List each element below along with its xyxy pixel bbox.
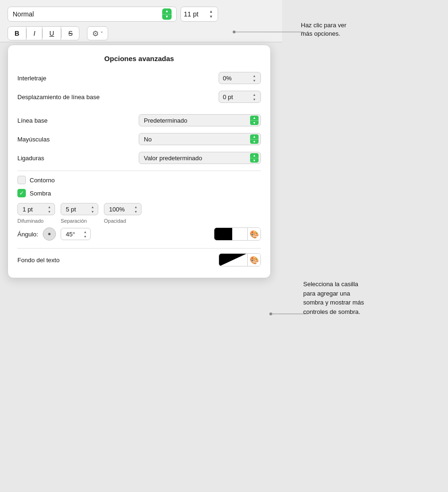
linea-base-stepper[interactable]: ▲ ▼ (250, 116, 259, 125)
linea-base-stepper-down[interactable]: ▼ (250, 121, 259, 125)
angle-row: Ángulo: 45° ▲ ▼ 🎨 (17, 227, 261, 241)
desplazamiento-control[interactable]: 0 pt ▲ ▼ (219, 91, 261, 103)
toolbar-row1: Normal ▲ ▼ 11 pt ▲ ▼ (8, 7, 218, 22)
separacion-stepper[interactable]: ▲ ▼ (89, 204, 96, 214)
angle-stepper-up[interactable]: ▲ (82, 229, 88, 234)
ligaduras-stepper-up[interactable]: ▲ (250, 153, 259, 158)
interletraje-stepper-up[interactable]: ▲ (251, 73, 258, 78)
linea-base-row: Línea base Predeterminado ▲ ▼ (17, 114, 261, 126)
color-wheel-button[interactable]: 🎨 (247, 227, 260, 241)
shadow-color-swatch[interactable]: 🎨 (214, 227, 261, 241)
separacion-stepper-up[interactable]: ▲ (89, 204, 96, 209)
font-size-text: 11 pt (184, 10, 198, 18)
main-container: Normal ▲ ▼ 11 pt ▲ ▼ B I U S ⚙ ˅ (0, 0, 448, 492)
difuminado-field[interactable]: 1 pt ▲ ▼ (17, 203, 55, 215)
italic-button[interactable]: I (27, 27, 42, 40)
interletraje-row: Interletraje 0% ▲ ▼ (17, 72, 261, 84)
opacidad-item: 100% ▲ ▼ Opacidad (104, 203, 141, 224)
font-size-control[interactable]: 11 pt ▲ ▼ (181, 7, 218, 22)
interletraje-stepper[interactable]: ▲ ▼ (251, 73, 258, 83)
style-stepper[interactable]: ▲ ▼ (162, 8, 172, 20)
text-bg-color-wheel-button[interactable]: 🎨 (247, 253, 260, 266)
shadow-color-black (214, 227, 247, 241)
callout-connector-shadow (271, 313, 308, 315)
color-wheel-icon: 🎨 (250, 230, 259, 239)
mayusculas-label: Mayúsculas (17, 136, 50, 143)
opacidad-stepper-up[interactable]: ▲ (133, 204, 139, 209)
ligaduras-row: Ligaduras Valor predeterminado ▲ ▼ (17, 152, 261, 164)
desplazamiento-value: 0 pt (223, 94, 233, 101)
checkmark-icon: ✓ (19, 190, 24, 196)
difuminado-item: 1 pt ▲ ▼ Difuminado (17, 203, 55, 224)
ligaduras-value: Valor predeterminado (144, 155, 202, 162)
mayusculas-stepper[interactable]: ▲ ▼ (250, 134, 259, 144)
angle-value: 45° (66, 231, 75, 238)
format-buttons: B I U S (8, 26, 79, 40)
toolbar-row2: B I U S ⚙ ˅ (8, 26, 108, 40)
style-stepper-down[interactable]: ▼ (162, 15, 172, 20)
angle-field[interactable]: 45° ▲ ▼ (61, 228, 91, 240)
mayusculas-value: No (144, 136, 152, 143)
opacidad-field[interactable]: 100% ▲ ▼ (104, 203, 141, 215)
difuminado-stepper-down[interactable]: ▼ (46, 209, 53, 214)
linea-base-dropdown[interactable]: Predeterminado ▲ ▼ (139, 114, 261, 126)
interletraje-control[interactable]: 0% ▲ ▼ (219, 72, 261, 84)
font-size-stepper-down[interactable]: ▼ (207, 15, 215, 19)
opacidad-label: Opacidad (104, 218, 126, 224)
opacidad-stepper[interactable]: ▲ ▼ (133, 204, 139, 214)
difuminado-stepper-up[interactable]: ▲ (46, 204, 53, 209)
angle-knob[interactable] (43, 227, 56, 241)
linea-base-stepper-up[interactable]: ▲ (250, 116, 259, 121)
angle-stepper-down[interactable]: ▼ (82, 234, 88, 239)
style-dropdown[interactable]: Normal ▲ ▼ (8, 7, 177, 22)
contorno-label: Contorno (30, 177, 55, 184)
linea-base-label: Línea base (17, 117, 47, 124)
divider-bottom (17, 248, 261, 249)
font-size-stepper-up[interactable]: ▲ (207, 9, 215, 14)
font-size-stepper[interactable]: ▲ ▼ (207, 9, 215, 19)
opacidad-value: 100% (109, 206, 125, 213)
angle-stepper[interactable]: ▲ ▼ (82, 229, 88, 239)
text-bg-color-display (219, 253, 247, 266)
text-bg-swatch[interactable]: 🎨 (219, 253, 261, 266)
desplazamiento-stepper-up[interactable]: ▲ (251, 92, 258, 97)
difuminado-stepper[interactable]: ▲ ▼ (46, 204, 53, 214)
interletraje-stepper-down[interactable]: ▼ (251, 78, 258, 83)
mayusculas-stepper-down[interactable]: ▼ (250, 140, 259, 144)
ligaduras-stepper-down[interactable]: ▼ (250, 158, 259, 163)
interletraje-label: Interletraje (17, 75, 46, 82)
sombra-label: Sombra (30, 190, 51, 197)
ligaduras-stepper[interactable]: ▲ ▼ (250, 153, 259, 163)
callout-connector-top (234, 30, 305, 34)
angle-knob-dot (48, 233, 51, 235)
mayusculas-row: Mayúsculas No ▲ ▼ (17, 133, 261, 145)
text-bg-row: Fondo del texto 🎨 (17, 253, 261, 266)
divider-section (17, 171, 261, 171)
mayusculas-stepper-up[interactable]: ▲ (250, 134, 259, 140)
shadow-controls: 1 pt ▲ ▼ Difuminado 5 pt ▲ ▼ Separ (17, 203, 261, 224)
underline-button[interactable]: U (43, 27, 61, 40)
strikethrough-button[interactable]: S (62, 27, 79, 40)
panel-title: Opciones avanzadas (17, 55, 261, 62)
separacion-stepper-down[interactable]: ▼ (89, 209, 96, 214)
desplazamiento-stepper[interactable]: ▲ ▼ (251, 92, 258, 102)
bold-button[interactable]: B (8, 27, 26, 40)
ligaduras-dropdown[interactable]: Valor predeterminado ▲ ▼ (139, 152, 261, 164)
contorno-row: Contorno (17, 176, 261, 184)
style-dropdown-text: Normal (13, 10, 34, 18)
sombra-row: ✓ Sombra (17, 189, 261, 197)
callout-text-shadow: Selecciona la casilla para agregar una s… (303, 280, 397, 316)
opacidad-stepper-down[interactable]: ▼ (133, 209, 139, 214)
style-stepper-up[interactable]: ▲ (162, 8, 172, 15)
difuminado-value: 1 pt (23, 206, 33, 213)
separacion-field[interactable]: 5 pt ▲ ▼ (61, 203, 98, 215)
linea-base-value: Predeterminado (144, 117, 188, 124)
sombra-checkbox[interactable]: ✓ (17, 189, 26, 197)
spacer1 (17, 109, 261, 114)
desplazamiento-stepper-down[interactable]: ▼ (251, 97, 258, 102)
separacion-value: 5 pt (66, 206, 76, 213)
mayusculas-dropdown[interactable]: No ▲ ▼ (139, 133, 261, 145)
callout-text-top: Haz clic para ver más opciones. (301, 21, 385, 38)
gear-button[interactable]: ⚙ ˅ (87, 26, 108, 40)
contorno-checkbox[interactable] (17, 176, 26, 184)
